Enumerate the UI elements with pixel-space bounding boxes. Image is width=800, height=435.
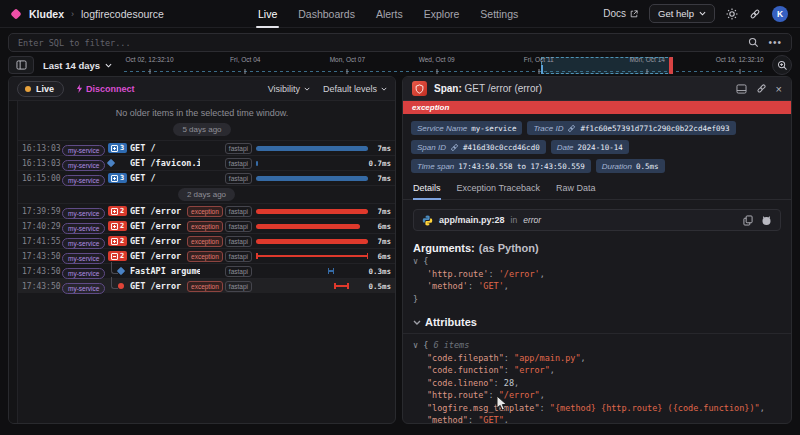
trace-time: 17:43:50	[22, 282, 62, 291]
span-marker[interactable]: 2	[108, 251, 130, 261]
json-comma: ,	[550, 365, 555, 375]
code-line: 'http.route': '/error',	[413, 268, 781, 281]
copy-icon[interactable]	[743, 215, 753, 226]
detail-tab-details[interactable]: Details	[413, 183, 441, 199]
child-count: 2	[120, 252, 124, 260]
more-options-icon[interactable]: •••	[768, 39, 782, 47]
get-help-label: Get help	[658, 8, 694, 19]
code-location-card[interactable]: app/main.py:28 in error	[413, 209, 781, 231]
sidebar-toggle-button[interactable]	[8, 56, 34, 74]
chip-service-name[interactable]: Service Name my-service	[411, 121, 522, 135]
child-count-badge[interactable]: 3	[108, 143, 127, 153]
trace-row[interactable]: 16:13:03 my-service GET /favicon.ico fas…	[18, 155, 395, 170]
nav-tab-dashboards[interactable]: Dashboards	[298, 0, 355, 28]
nav-tab-alerts[interactable]: Alerts	[376, 0, 403, 28]
nav-tab-label: Settings	[480, 8, 518, 20]
search-icon[interactable]	[748, 37, 759, 48]
child-count-badge[interactable]: 3	[108, 173, 127, 183]
chip-duration[interactable]: Duration 0.5ms	[596, 159, 665, 173]
github-icon[interactable]	[761, 215, 772, 226]
service-badge[interactable]: my-service	[62, 175, 105, 186]
trace-row[interactable]: 17:43:50 my-service FastAPI arguments fa…	[18, 263, 395, 278]
duration-bar-fill	[256, 239, 368, 244]
arguments-heading-label: Arguments:	[413, 242, 475, 254]
logfire-logo-icon[interactable]	[10, 8, 21, 19]
span-marker[interactable]: 3	[108, 173, 130, 183]
selection-end-marker[interactable]	[669, 57, 673, 74]
service-badge[interactable]: my-service	[62, 283, 105, 294]
detail-tab-raw-data[interactable]: Raw Data	[556, 183, 596, 199]
get-help-button[interactable]: Get help	[649, 4, 715, 23]
timeline-tick	[245, 69, 246, 74]
levels-dropdown[interactable]: Default levels	[323, 84, 387, 94]
json-value: 28	[504, 378, 514, 388]
close-icon[interactable]: ×	[776, 84, 782, 94]
chip-time-span[interactable]: Time span 17:43:50.558 to 17:43:50.559	[411, 159, 591, 173]
span-marker[interactable]: 3	[108, 143, 130, 153]
live-toggle[interactable]: Live	[17, 81, 64, 97]
arguments-subheading: (as Python)	[479, 242, 539, 254]
child-count-badge[interactable]: 2	[108, 251, 127, 261]
trace-time: 16:13:03	[22, 144, 62, 153]
trace-row[interactable]: 17:40:29 my-service 2 GET /error excepti…	[18, 218, 395, 233]
docs-link[interactable]: Docs	[603, 8, 638, 19]
chip-value: my-service	[471, 124, 516, 133]
time-ago-pill: 2 days ago	[178, 188, 235, 201]
service-cell: my-service	[62, 169, 108, 187]
theme-toggle-icon[interactable]	[726, 8, 738, 20]
span-marker[interactable]	[108, 283, 130, 289]
span-tags: exceptionfastapi	[200, 236, 252, 247]
span-marker[interactable]: 2	[108, 206, 130, 216]
child-count-badge[interactable]: 2	[108, 206, 127, 216]
scroll-gutter[interactable]	[9, 101, 18, 423]
span-marker[interactable]	[108, 268, 130, 274]
code-line: "code.function": "error",	[413, 364, 781, 377]
nav-tab-explore[interactable]: Explore	[424, 0, 460, 28]
span-marker[interactable]: 2	[108, 221, 130, 231]
span-duration-label: 6ms	[368, 222, 395, 231]
nav-tab-settings[interactable]: Settings	[480, 0, 518, 28]
trace-row[interactable]: 17:43:50 my-service GET /error (error) e…	[18, 278, 395, 293]
breadcrumb-project[interactable]: logfirecodesource	[81, 8, 164, 20]
child-count-badge[interactable]: 2	[108, 221, 127, 231]
detail-span-name: GET /error (error)	[465, 83, 543, 94]
selection-start-marker[interactable]	[541, 65, 544, 74]
span-tags: fastapi	[200, 158, 252, 169]
json-key: 'http.route'	[427, 269, 488, 279]
chip-span-id[interactable]: Span ID #416d30c0ccd46cd0	[411, 140, 546, 154]
attributes-heading[interactable]: Attributes	[413, 316, 781, 328]
live-panel: Live Disconnect Visibility Default level…	[8, 76, 396, 424]
zoom-in-button[interactable]	[772, 55, 792, 75]
chip-date[interactable]: Date 2024-10-14	[551, 140, 629, 154]
breadcrumb-org[interactable]: Kludex	[29, 8, 64, 20]
timeline-tick	[538, 69, 539, 74]
nav-tab-live[interactable]: Live	[258, 0, 277, 28]
timeline-tick-label: Fri, Oct 11	[524, 56, 554, 63]
span-marker[interactable]	[108, 160, 130, 166]
code-line: ∨ { 6 items	[413, 339, 781, 352]
span-marker[interactable]: 2	[108, 236, 130, 246]
arguments-code-block: ∨ {'http.route': '/error','method': 'GET…	[413, 255, 781, 305]
trace-row[interactable]: 16:13:03 my-service 3 GET / fastapi 7ms	[18, 140, 395, 155]
time-range-bar: Last 14 days Oct 02, 12:32:10Fri, Oct 04…	[8, 56, 792, 74]
share-link-icon[interactable]	[749, 8, 761, 20]
dock-panel-icon[interactable]	[736, 84, 747, 94]
detail-tab-exception-traceback[interactable]: Exception Traceback	[457, 183, 541, 199]
sql-filter-input[interactable]	[18, 38, 748, 48]
trace-row[interactable]: 16:15:00 my-service 3 GET / fastapi 7ms	[18, 170, 395, 185]
divider	[403, 333, 791, 334]
trace-row[interactable]: 17:39:59 my-service 2 GET /error excepti…	[18, 203, 395, 218]
chip-label: Span ID	[417, 143, 446, 152]
user-avatar[interactable]: K	[772, 6, 788, 22]
trace-row[interactable]: 17:41:55 my-service 2 GET /error excepti…	[18, 233, 395, 248]
visibility-dropdown[interactable]: Visibility	[268, 84, 310, 94]
trace-row[interactable]: 17:43:50 my-service 2 GET /error excepti…	[18, 248, 395, 263]
timeline-tick	[436, 69, 437, 74]
disconnect-button[interactable]: Disconnect	[76, 84, 135, 94]
timeline[interactable]: Oct 02, 12:32:10Fri, Oct 04Mon, Oct 07We…	[124, 56, 762, 74]
time-range-dropdown[interactable]: Last 14 days	[43, 60, 112, 71]
chip-trace-id[interactable]: Trace ID #f1c60e57391d771c290c0b22cd4ef0…	[527, 121, 735, 135]
json-comma: ,	[760, 403, 765, 413]
child-count-badge[interactable]: 2	[108, 236, 127, 246]
copy-link-icon[interactable]	[756, 83, 767, 94]
